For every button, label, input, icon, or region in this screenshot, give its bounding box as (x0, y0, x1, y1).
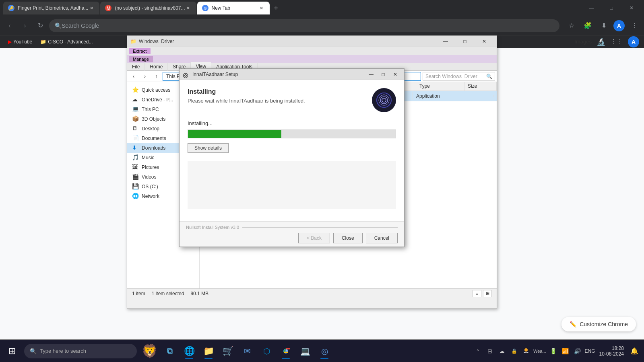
extract-tab[interactable]: Extract (129, 48, 151, 54)
tray-weather[interactable] (521, 346, 531, 356)
sidebar-music-label: Music (142, 155, 154, 160)
tab-newtab-close[interactable]: ✕ (258, 5, 265, 11)
profile-button[interactable]: A (613, 20, 625, 31)
tab-gmail-title: (no subject) - singhabhinav807... (115, 5, 185, 11)
back-button[interactable]: < Back (298, 233, 330, 243)
edge-app[interactable]: 🌐 (180, 342, 198, 360)
cancel-button[interactable]: Cancel (366, 233, 398, 243)
footer-line (242, 227, 398, 228)
labs-icon[interactable]: 🔬 (597, 37, 605, 46)
bookmark-youtube[interactable]: ▶ YouTube (5, 37, 35, 46)
tab-newtab-favicon: ⊙ (202, 5, 208, 11)
fingerprint-app[interactable]: ◎ (316, 342, 333, 360)
dell-app[interactable]: ⬡ (258, 342, 275, 360)
taskbar-search-placeholder: Type here to search (40, 348, 86, 354)
fe-details-view[interactable]: ⊞ (483, 290, 492, 297)
taskbar-search[interactable]: 🔍 Type here to search (24, 344, 137, 358)
minimize-button[interactable]: — (582, 2, 601, 14)
extensions-button[interactable]: 🧩 (581, 19, 594, 32)
taskbar-apps: ⧉ 🌐 📁 🛒 ✉ ⬡ 💻 (161, 342, 333, 360)
store-icon: 🛒 (223, 346, 233, 356)
downloads-button[interactable]: ⬇ (597, 19, 610, 32)
task-view-app[interactable]: ⧉ (161, 342, 179, 360)
store-app[interactable]: 🛒 (219, 342, 237, 360)
tray-wifi[interactable]: 📶 (561, 346, 570, 356)
manage-tab[interactable]: Manage (129, 56, 153, 62)
tab-newtab-title: New Tab (212, 5, 258, 11)
profile-avatar[interactable]: A (628, 36, 639, 47)
tab-newtab[interactable]: ⊙ New Tab ✕ (197, 2, 270, 14)
tab-gmail[interactable]: M (no subject) - singhabhinav807... ✕ (100, 2, 196, 14)
menu-button[interactable]: ⋮ (628, 19, 641, 32)
fe-bg-close[interactable]: ✕ (475, 37, 493, 45)
fingerprint-app-icon: ◎ (321, 346, 328, 356)
sidebar-this-pc-label: This PC (142, 107, 159, 112)
fe-file-size (461, 95, 493, 97)
reload-button[interactable]: ↻ (34, 19, 47, 32)
tab-gmail-close[interactable]: ✕ (185, 5, 192, 11)
chrome-app[interactable] (277, 342, 295, 360)
maximize-button[interactable]: □ (602, 2, 621, 14)
file-tab[interactable]: File (127, 62, 145, 71)
start-button[interactable]: ⊞ (3, 342, 21, 360)
col-size-bg: Size (464, 82, 497, 90)
fe-file-type: Application (413, 92, 461, 100)
tray-chevron[interactable]: ^ (473, 346, 483, 356)
home-tab[interactable]: Home (145, 62, 168, 71)
close-button[interactable]: ✕ (622, 2, 641, 14)
dialog-title-text: InnaITAadhaar Setup (192, 72, 365, 77)
show-details-button[interactable]: Show details (188, 143, 229, 153)
network-app-icon: 💻 (300, 346, 310, 356)
fe-search-bg[interactable]: Search Windows_Driver 🔍 (423, 72, 495, 81)
fe-status-bg: 1 item 1 item selected 90.1 MB ≡ ⊞ (127, 288, 497, 298)
dell-icon: ⬡ (263, 346, 270, 356)
file-explorer-app[interactable]: 📁 (200, 342, 217, 360)
new-tab-button[interactable]: + (270, 2, 282, 14)
tray-taskbar-icon[interactable]: ⊟ (485, 346, 495, 356)
notification-button[interactable]: 🔔 (628, 345, 641, 358)
tab-fingerprint-favicon: 🔑 (8, 5, 14, 11)
tray-volume[interactable]: 🔊 (573, 346, 582, 356)
tab-fingerprint[interactable]: 🔑 Finger Print, Biometrics, Aadha... ✕ (3, 2, 99, 14)
fe-bg-folder-icon: 📁 (130, 39, 136, 44)
images-link[interactable]: Images (574, 39, 592, 45)
fe-list-view[interactable]: ≡ (473, 290, 481, 297)
network-icon: 🌐 (132, 193, 139, 200)
tray-language[interactable]: ENG (585, 348, 595, 354)
apps-icon[interactable]: ⋮⋮ (610, 38, 623, 45)
this-pc-icon: 💻 (132, 106, 139, 113)
fingerprint-logo-svg (376, 92, 392, 108)
back-button[interactable]: ‹ (3, 19, 16, 32)
quick-access-icon: ⭐ (132, 86, 139, 94)
close-button-dialog[interactable]: Close (333, 233, 363, 243)
dialog-footer-text: Nullsoft Install System v3.0 (186, 225, 398, 230)
bookmark-cisco[interactable]: 📁 CISCO - Advanced... (37, 37, 96, 46)
fe-up-btn-bg[interactable]: ↑ (151, 72, 161, 81)
time-date[interactable]: 18:28 10-08-2024 (598, 345, 625, 358)
taskbar-right: ^ ⊟ ☁ 🔒 Wea... 🔋 📶 🔊 ENG 18:28 10-08-202… (473, 345, 641, 358)
date: 10-08-2024 (599, 351, 624, 357)
dialog-minimize[interactable]: — (365, 70, 377, 78)
fe-bg-win-btns: — □ ✕ (436, 37, 493, 45)
network-app[interactable]: 💻 (296, 342, 314, 360)
tray-vpn[interactable]: 🔒 (509, 346, 519, 356)
taskbar: ⊞ 🔍 Type here to search 🦁 ⧉ 🌐 📁 🛒 ✉ ⬡ (0, 339, 644, 362)
fe-bg-minimize[interactable]: — (436, 37, 455, 45)
sidebar-documents-label: Documents (142, 136, 166, 141)
downloads-icon: ⬇ (132, 144, 139, 152)
forward-button[interactable]: › (19, 19, 31, 32)
fe-bg-maximize[interactable]: □ (456, 37, 474, 45)
sidebar-3dobjects-label: 3D Objects (142, 116, 165, 122)
address-bar[interactable]: 🔍 Search Google (49, 19, 559, 32)
dialog-footer: Nullsoft Install System v3.0 < Back Clos… (180, 221, 404, 247)
fe-forward-btn-bg[interactable]: › (140, 72, 150, 81)
dialog-close[interactable]: ✕ (390, 70, 401, 78)
fe-back-btn-bg[interactable]: ‹ (129, 72, 138, 81)
dialog-maximize[interactable]: □ (378, 70, 389, 78)
customize-chrome-button[interactable]: ✏️ Customize Chrome (561, 317, 636, 331)
tray-onedrive[interactable]: ☁ (497, 346, 507, 356)
mail-app[interactable]: ✉ (238, 342, 256, 360)
bookmark-button[interactable]: ☆ (565, 19, 578, 32)
tab-fingerprint-close[interactable]: ✕ (88, 5, 95, 11)
tray-battery[interactable]: 🔋 (549, 346, 558, 356)
